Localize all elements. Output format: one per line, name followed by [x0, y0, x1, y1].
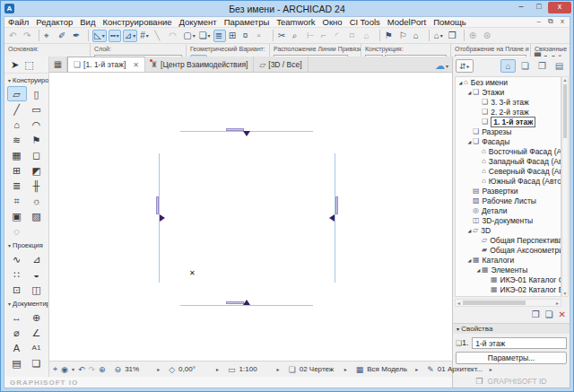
next-zoom-icon[interactable]: ↷: [89, 365, 96, 374]
selection-store-icon[interactable]: ▫: [257, 30, 269, 42]
suspend-groups-icon[interactable]: ❏▾: [198, 30, 212, 42]
pen-set-icon[interactable]: ✎: [427, 365, 434, 374]
tree-item[interactable]: ▨Рабочие Листы: [456, 196, 561, 205]
angle-dimension-tool[interactable]: ∠: [27, 325, 47, 340]
bimcloud-button[interactable]: ☁▾: [435, 60, 452, 72]
eyedropper-icon[interactable]: ✐: [57, 30, 70, 42]
tree-item[interactable]: ⌂Северный Фасад (Автоматиче: [456, 166, 561, 176]
project-map-button[interactable]: ⌂: [500, 59, 516, 73]
elevation-line-east[interactable]: [335, 153, 335, 283]
dimension-tool[interactable]: ↔: [7, 309, 27, 325]
tree-item[interactable]: ⌂Южный Фасад (Автоматическ: [456, 176, 561, 186]
menu-10[interactable]: ModelPort: [384, 17, 430, 27]
new-folder-icon[interactable]: ❏: [545, 309, 553, 319]
toolbox-section-3[interactable]: ▾ Документир: [4, 297, 48, 309]
extras-icon[interactable]: ⊕: [468, 30, 481, 42]
story-name-field[interactable]: 1-й этаж: [472, 337, 567, 349]
menu-4[interactable]: Конструирование: [99, 17, 175, 27]
tree-item[interactable]: ◢▱3D: [456, 225, 561, 235]
opening-tool[interactable]: ◌: [7, 223, 27, 239]
menu-11[interactable]: Помощь: [430, 17, 470, 27]
zone-tool[interactable]: ▨: [27, 208, 47, 223]
dropdown-arrow-icon[interactable]: ▸: [490, 366, 492, 372]
morph-tool[interactable]: ⚑: [27, 132, 47, 147]
drawing-canvas[interactable]: ✕: [49, 73, 452, 361]
tree-item[interactable]: ▦ИКЭ-01 Каталог Стен: [456, 274, 561, 284]
statusbar-value[interactable]: 1:100: [239, 365, 275, 373]
skylight-tool[interactable]: ◩: [27, 162, 47, 178]
split-icon[interactable]: ✂: [277, 30, 290, 42]
structure-display-icon[interactable]: ▦: [356, 365, 364, 374]
tab-floor-plan[interactable]: ❏ [1. 1-й этаж] ✕: [67, 57, 145, 72]
3d-document-tool[interactable]: ◒: [27, 266, 47, 282]
minimize-button[interactable]: –: [512, 2, 530, 13]
dropdown-arrow-icon[interactable]: ▸: [415, 366, 418, 372]
stair-tool[interactable]: ≣: [7, 178, 27, 193]
tree-item[interactable]: ◢▦Каталоги: [456, 255, 561, 265]
flag-icon[interactable]: ⚑: [384, 30, 396, 42]
section-tool[interactable]: ∿: [7, 251, 27, 266]
tree-item[interactable]: ▤Развертки: [456, 186, 561, 196]
tree-item[interactable]: ⌂Восточный Фасад (Автоматич: [456, 146, 561, 156]
trim-icon[interactable]: ⊢: [306, 30, 318, 42]
adjust-icon[interactable]: ⌕: [291, 30, 304, 42]
fill-tool[interactable]: ▤: [7, 355, 27, 370]
toolbox-section-1[interactable]: ▾ Конструиров: [4, 74, 48, 86]
column-tool[interactable]: ▯: [27, 86, 47, 101]
increase-zoom-icon[interactable]: ⊕: [99, 365, 106, 374]
wall-tool[interactable]: ▱: [7, 86, 27, 101]
menu-3[interactable]: Вид: [76, 17, 99, 27]
intersect-icon[interactable]: ⌐: [320, 30, 333, 42]
tree-item[interactable]: ◢❏Этажи: [456, 87, 561, 97]
object-tool[interactable]: ⌗: [7, 193, 27, 208]
mesh-tool[interactable]: ≋: [7, 132, 27, 147]
view-settings-icon[interactable]: ⌂▾: [433, 30, 446, 42]
zoom-menu-icon[interactable]: ◉: [61, 365, 68, 374]
tree-item[interactable]: ❏Разрезы: [456, 126, 561, 136]
marquee-options-icon[interactable]: ▢▾: [182, 30, 196, 42]
user-origin-icon[interactable]: ⌖: [53, 364, 57, 374]
dropdown-icon[interactable]: ▾: [72, 366, 74, 372]
tree-item[interactable]: ❏2. 2-й этаж: [456, 107, 561, 117]
zoom-level-icon[interactable]: ⊖: [115, 365, 122, 374]
dropdown-arrow-icon[interactable]: ▸: [344, 366, 347, 372]
toolbox-section-2[interactable]: ▾ Проекция: [4, 239, 48, 251]
drawing-tool[interactable]: ❏: [27, 355, 47, 370]
redo-icon[interactable]: ↷: [22, 30, 35, 42]
tree-item[interactable]: ❏3. 3-й этаж: [456, 97, 561, 107]
grid-snap-icon[interactable]: #▾: [139, 30, 152, 42]
level-dimension-tool[interactable]: ⊕: [27, 309, 47, 325]
previous-zoom-icon[interactable]: ↶: [78, 365, 85, 374]
arc-segment-icon[interactable]: ◠: [168, 30, 180, 42]
home-story-icon[interactable]: ⌂: [413, 30, 425, 42]
snap-guides-icon[interactable]: ╍▾: [109, 30, 121, 42]
settings-button[interactable]: Параметры...: [456, 352, 567, 364]
statusbar-value[interactable]: 02 Чертеж: [300, 365, 343, 373]
tab-close-icon[interactable]: ✕: [133, 61, 139, 69]
door-tool[interactable]: ◻: [27, 147, 47, 162]
menu-2[interactable]: Редактор: [32, 17, 76, 27]
radial-dimension-tool[interactable]: ⌀: [7, 325, 27, 340]
dropdown-arrow-icon[interactable]: ▸: [277, 366, 280, 372]
menu-5[interactable]: Документ: [175, 17, 220, 27]
undo-icon[interactable]: ↶: [8, 30, 21, 42]
text-tool[interactable]: A: [7, 340, 27, 355]
tree-item[interactable]: ◢❏Фасады: [456, 136, 561, 146]
flag-outline-icon[interactable]: ⚐: [398, 30, 411, 42]
tree-item[interactable]: ▱Общая Перспектива: [456, 235, 561, 245]
tree-item[interactable]: ▦ИКЭ-02 Каталог Всех Проем: [456, 284, 561, 294]
arrow-tool[interactable]: ➤: [11, 59, 19, 71]
menu-6[interactable]: Параметры: [221, 17, 274, 27]
publisher-button[interactable]: ▤: [552, 59, 567, 73]
layer-combination-icon[interactable]: ❏: [289, 365, 296, 374]
dropdown-arrow-icon[interactable]: ▸: [157, 366, 160, 372]
element-snap-icon[interactable]: ⊿▾: [123, 30, 137, 42]
pick-up-parameters-icon[interactable]: ⌖: [43, 30, 56, 42]
elevation-line-south[interactable]: [180, 305, 313, 306]
tree-item[interactable]: ◢▦Элементы: [456, 265, 561, 274]
tree-item[interactable]: ◫3D-документы: [456, 215, 561, 225]
marquee-tool[interactable]: ⬚: [24, 59, 33, 71]
copy-view-icon[interactable]: ❐: [448, 30, 460, 42]
tree-item[interactable]: ⌂Западный Фасад (Автоматиче: [456, 156, 561, 166]
gravity-icon[interactable]: ╲: [153, 30, 166, 42]
